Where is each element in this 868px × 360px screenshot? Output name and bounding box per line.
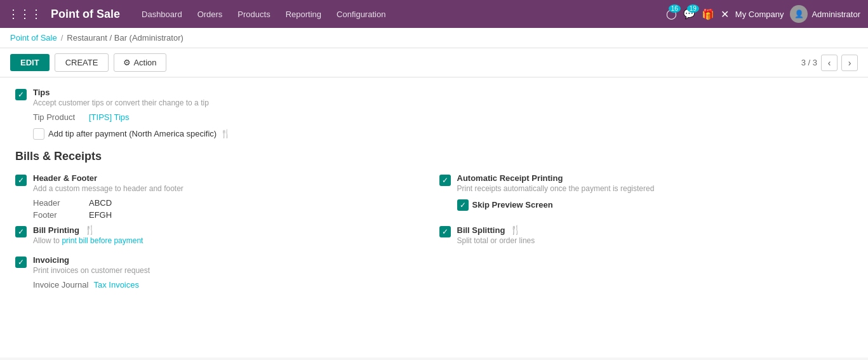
tip-product-row: Tip Product [TIPS] Tips (33, 112, 853, 122)
bills-row2: ✓ Bill Printing 🍴 Allow to print bill be… (15, 225, 853, 245)
gear-icon: ⚙ (123, 58, 131, 67)
invoicing-desc: Print invoices on customer request (33, 266, 429, 275)
auto-receipt-checkbox[interactable]: ✓ (439, 175, 451, 186)
breadcrumb: Point of Sale / Restaurant / Bar (Admini… (0, 28, 868, 48)
invoicing-item: ✓ Invoicing Print invoices on customer r… (15, 255, 429, 290)
tip-product-value[interactable]: [TIPS] Tips (89, 112, 130, 122)
footer-value: EFGH (89, 210, 112, 220)
tips-feature-content: Tips Accept customer tips or convert the… (33, 88, 853, 140)
page-display: 3 / 3 (801, 58, 817, 67)
breadcrumb-sep1: / (61, 33, 63, 43)
restaurant-icon-tip: 🍴 (220, 129, 230, 138)
bill-splitting-icon: 🍴 (510, 225, 521, 235)
auto-receipt-fields: ✓ Skip Preview Screen (457, 198, 853, 211)
empty-col (439, 255, 853, 290)
bill-printing-title: Bill Printing 🍴 (33, 225, 429, 235)
breadcrumb-root[interactable]: Point of Sale (10, 33, 57, 43)
messages-icon[interactable]: 💬 19 (683, 8, 695, 20)
navbar: ⋮⋮⋮ Point of Sale Dashboard Orders Produ… (0, 0, 868, 28)
invoicing-fields: Invoice Journal Tax Invoices (33, 280, 429, 290)
auto-receipt-item: ✓ Automatic Receipt Printing Print recei… (439, 173, 853, 220)
tips-title: Tips (33, 88, 853, 97)
invoicing-content: Invoicing Print invoices on customer req… (33, 255, 429, 290)
breadcrumb-current: Restaurant / Bar (Administrator) (67, 33, 184, 43)
action-bar: EDIT CREATE ⚙ Action 3 / 3 ‹ › (0, 48, 868, 77)
gift-icon[interactable]: 🎁 (702, 8, 714, 20)
invoice-journal-label: Invoice Journal (33, 280, 88, 290)
header-footer-checkbox[interactable]: ✓ (15, 175, 27, 186)
header-row: Header ABCD (33, 198, 429, 208)
avatar: 👤 (790, 5, 808, 23)
bill-splitting-content: Bill Splitting 🍴 Split total or order li… (457, 225, 853, 245)
tips-checkbox[interactable]: ✓ (15, 89, 27, 100)
bill-printing-content: Bill Printing 🍴 Allow to print bill befo… (33, 225, 429, 245)
tips-header: ✓ Tips Accept customer tips or convert t… (15, 88, 853, 140)
create-button[interactable]: CREATE (55, 53, 109, 72)
print-bill-link[interactable]: print bill before payment (62, 236, 143, 245)
next-page-button[interactable]: › (841, 55, 858, 71)
tips-section: ✓ Tips Accept customer tips or convert t… (15, 88, 853, 140)
bill-printing-checkbox[interactable]: ✓ (15, 226, 27, 237)
header-footer-item: ✓ Header & Footer Add a custom message t… (15, 173, 429, 220)
main-nav: Dashboard Orders Products Reporting Conf… (135, 7, 661, 22)
bill-splitting-item: ✓ Bill Splitting 🍴 Split total or order … (439, 225, 853, 245)
messages-badge: 19 (687, 4, 699, 13)
nav-orders[interactable]: Orders (191, 7, 229, 22)
header-footer-title: Header & Footer (33, 173, 429, 183)
header-value: ABCD (89, 198, 112, 208)
add-tip-label: Add tip after payment (North America spe… (48, 129, 217, 138)
bill-splitting-checkbox[interactable]: ✓ (439, 226, 451, 237)
invoice-journal-value[interactable]: Tax Invoices (93, 280, 139, 290)
invoicing-title: Invoicing (33, 255, 429, 265)
tip-product-label: Tip Product (33, 112, 84, 122)
action-button[interactable]: ⚙ Action (114, 53, 166, 72)
navbar-right: ◯ 16 💬 19 🎁 ✕ My Company 👤 Administrator (666, 5, 860, 23)
pagination: 3 / 3 ‹ › (801, 55, 858, 71)
prev-page-button[interactable]: ‹ (821, 55, 838, 71)
bill-printing-item: ✓ Bill Printing 🍴 Allow to print bill be… (15, 225, 429, 245)
add-tip-checkbox[interactable] (33, 128, 44, 140)
header-label: Header (33, 198, 84, 208)
user-menu[interactable]: 👤 Administrator (790, 5, 860, 23)
edit-button[interactable]: EDIT (10, 54, 50, 71)
skip-preview-label: Skip Preview Screen (472, 200, 553, 210)
activity-badge: 16 (669, 4, 681, 13)
auto-receipt-desc: Print receipts automatically once the pa… (457, 184, 853, 193)
skip-preview-checkbox[interactable]: ✓ (457, 199, 469, 211)
invoice-journal-row: Invoice Journal Tax Invoices (33, 280, 429, 290)
add-tip-row: Add tip after payment (North America spe… (33, 127, 853, 140)
bills-row3: ✓ Invoicing Print invoices on customer r… (15, 255, 853, 290)
invoicing-checkbox[interactable]: ✓ (15, 257, 27, 268)
close-icon[interactable]: ✕ (721, 8, 729, 20)
username: Administrator (811, 10, 860, 19)
footer-row: Footer EFGH (33, 210, 429, 220)
activity-icon[interactable]: ◯ 16 (666, 8, 677, 20)
company-name: My Company (735, 10, 784, 19)
bill-printing-icon: 🍴 (84, 225, 95, 235)
bills-row1: ✓ Header & Footer Add a custom message t… (15, 173, 853, 220)
navbar-brand: Point of Sale (51, 8, 120, 21)
tips-description: Accept customer tips or convert their ch… (33, 98, 853, 107)
header-footer-fields: Header ABCD Footer EFGH (33, 198, 429, 220)
bill-splitting-desc: Split total or order lines (457, 236, 853, 245)
footer-label: Footer (33, 210, 84, 220)
action-label: Action (133, 58, 156, 67)
header-footer-content: Header & Footer Add a custom message to … (33, 173, 429, 220)
nav-configuration[interactable]: Configuration (330, 7, 392, 22)
skip-preview-row: ✓ Skip Preview Screen (457, 198, 853, 211)
auto-receipt-title: Automatic Receipt Printing (457, 173, 853, 183)
nav-products[interactable]: Products (231, 7, 276, 22)
header-footer-desc: Add a custom message to header and foote… (33, 184, 429, 193)
apps-icon[interactable]: ⋮⋮⋮ (8, 7, 42, 21)
auto-receipt-content: Automatic Receipt Printing Print receipt… (457, 173, 853, 211)
nav-dashboard[interactable]: Dashboard (135, 7, 189, 22)
bill-splitting-title: Bill Splitting 🍴 (457, 225, 853, 235)
bill-printing-desc: Allow to print bill before payment (33, 236, 429, 245)
bills-receipts-title: Bills & Receipts (15, 150, 853, 163)
tips-fields: Tip Product [TIPS] Tips Add tip after pa… (33, 112, 853, 140)
main-content: ✓ Tips Accept customer tips or convert t… (0, 77, 868, 357)
nav-reporting[interactable]: Reporting (279, 7, 328, 22)
